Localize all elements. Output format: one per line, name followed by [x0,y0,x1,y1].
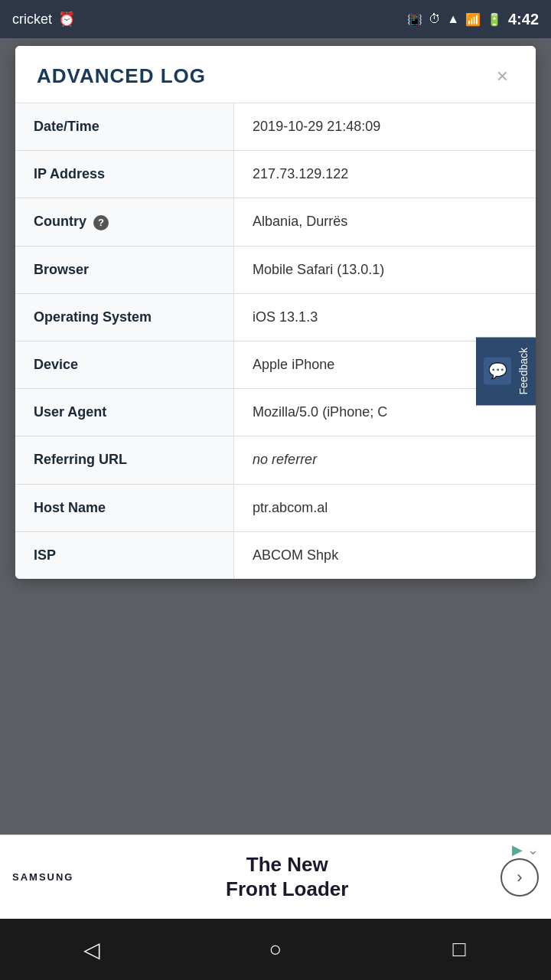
close-button[interactable]: × [491,63,514,89]
advanced-log-modal: ADVANCED LOG × Date/Time2019-10-29 21:48… [15,46,536,579]
row-value: Albania, Durrës [234,198,536,246]
row-value: iOS 13.1.3 [234,293,536,341]
ad-text[interactable]: The NewFront Loader [86,853,488,900]
row-label: Browser [15,246,234,293]
row-value: 2019-10-29 21:48:09 [234,103,536,151]
vibrate-icon: 📳 [407,12,422,27]
ad-arrow-button[interactable]: › [500,858,539,897]
row-label: Date/Time [15,103,234,151]
row-value: ABCOM Shpk [234,531,536,579]
row-label: Country ? [15,198,234,246]
info-icon[interactable]: ? [93,215,109,230]
row-label: ISP [15,531,234,579]
ad-brand: SAMSUNG [12,871,73,883]
table-row: BrowserMobile Safari (13.0.1) [15,246,536,293]
ad-controls: ▶ ⌄ [512,841,539,858]
table-row: IP Address217.73.129.122 [15,151,536,198]
alarm-icon: ⏰ [58,11,75,28]
clock-icon: ⏱ [429,12,441,26]
wifi-icon: ▲ [447,12,459,26]
row-value: ptr.abcom.al [234,484,536,531]
back-button[interactable]: ◁ [69,926,115,972]
table-row: ISPABCOM Shpk [15,531,536,579]
row-value: no referrer [234,436,536,484]
modal-body: Date/Time2019-10-29 21:48:09IP Address21… [15,103,536,579]
row-value: 217.73.129.122 [234,151,536,198]
feedback-button[interactable]: 💬 Feedback [476,337,536,405]
status-time: 4:42 [508,11,539,28]
signal-icon: 📶 [465,12,481,27]
modal-title: ADVANCED LOG [37,64,206,88]
row-label: IP Address [15,151,234,198]
carrier-name: cricket [12,11,52,28]
status-bar-right: 📳 ⏱ ▲ 📶 🔋 4:42 [407,11,539,28]
nav-bar: ◁ ○ □ [0,919,551,980]
table-row: Host Nameptr.abcom.al [15,484,536,531]
table-row: DeviceApple iPhone [15,341,536,388]
home-button[interactable]: ○ [253,926,298,972]
table-row: Country ?Albania, Durrës [15,198,536,246]
status-bar: cricket ⏰ 📳 ⏱ ▲ 📶 🔋 4:42 [0,0,551,38]
table-row: Date/Time2019-10-29 21:48:09 [15,103,536,151]
table-row: User AgentMozilla/5.0 (iPhone; C [15,389,536,436]
ad-banner: SAMSUNG The NewFront Loader › ▶ ⌄ [0,835,551,919]
row-label: User Agent [15,389,234,436]
table-row: Referring URLno referrer [15,436,536,484]
row-label: Referring URL [15,436,234,484]
ad-arrow-icon: › [517,867,522,887]
feedback-label: Feedback [517,348,530,394]
modal-header: ADVANCED LOG × [15,46,536,103]
recent-apps-button[interactable]: □ [436,926,482,972]
ad-brand-logo: SAMSUNG [12,871,73,883]
table-row: Operating SystemiOS 13.1.3 [15,293,536,341]
battery-icon: 🔋 [487,12,502,27]
status-bar-left: cricket ⏰ [12,11,75,28]
ad-play-icon[interactable]: ▶ [512,841,523,858]
ad-expand-icon[interactable]: ⌄ [527,841,539,858]
row-label: Operating System [15,293,234,341]
feedback-chat-icon: 💬 [484,358,511,385]
row-label: Device [15,341,234,388]
row-value: Mobile Safari (13.0.1) [234,246,536,293]
row-label: Host Name [15,484,234,531]
ad-content: SAMSUNG The NewFront Loader › [0,845,551,908]
info-table: Date/Time2019-10-29 21:48:09IP Address21… [15,103,536,579]
